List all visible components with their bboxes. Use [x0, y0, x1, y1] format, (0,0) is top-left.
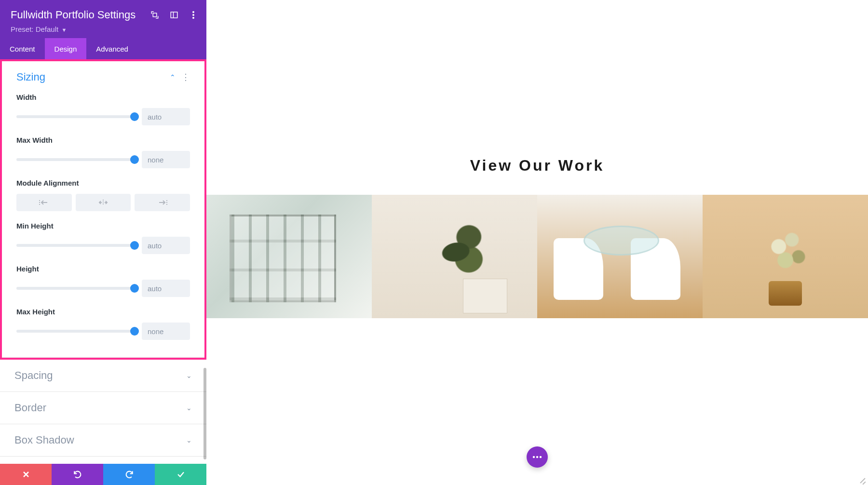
- input-min-height[interactable]: auto: [142, 237, 190, 254]
- control-min-height: Min Height auto: [16, 222, 190, 254]
- cancel-button[interactable]: [0, 464, 52, 485]
- slider-max-height[interactable]: [16, 330, 134, 333]
- tab-design[interactable]: Design: [45, 38, 87, 59]
- snap-icon[interactable]: [170, 11, 178, 19]
- portfolio-row: [206, 195, 868, 318]
- header-actions: [150, 11, 198, 19]
- slider-max-width[interactable]: [16, 158, 134, 161]
- settings-tabs: Content Design Advanced: [0, 38, 206, 59]
- settings-sidebar: Fullwidth Portfolio Settings Preset: Def…: [0, 0, 206, 485]
- align-center-button[interactable]: [76, 194, 131, 211]
- section-box-shadow: Box Shadow ⌄: [0, 424, 206, 457]
- preview-heading: View Our Work: [470, 157, 604, 175]
- control-height: Height auto: [16, 265, 190, 297]
- control-alignment: Module Alignment: [16, 179, 190, 211]
- slider-thumb[interactable]: [130, 112, 139, 121]
- control-max-width: Max Width none: [16, 136, 190, 168]
- section-header-sizing[interactable]: Sizing ⌃ ⋮: [2, 61, 204, 93]
- portfolio-item[interactable]: [206, 195, 372, 318]
- align-left-button[interactable]: [16, 194, 72, 211]
- chevron-down-icon: ⌄: [186, 436, 192, 444]
- section-title-sizing: Sizing: [16, 71, 45, 83]
- slider-height[interactable]: [16, 287, 134, 290]
- align-right-button[interactable]: [135, 194, 190, 211]
- tab-content[interactable]: Content: [0, 38, 45, 59]
- section-border: Border ⌄: [0, 392, 206, 424]
- label-min-height: Min Height: [16, 222, 190, 230]
- label-max-height: Max Height: [16, 308, 190, 316]
- slider-min-height[interactable]: [16, 244, 134, 247]
- chevron-down-icon: ⌄: [186, 372, 192, 379]
- svg-point-10: [536, 456, 538, 458]
- slider-width[interactable]: [16, 115, 134, 118]
- chevron-down-icon: ⌄: [186, 404, 192, 412]
- section-sizing: Sizing ⌃ ⋮ Width auto Ma: [2, 61, 204, 358]
- svg-point-4: [192, 14, 194, 16]
- undo-button[interactable]: [52, 464, 103, 485]
- svg-point-3: [192, 11, 194, 13]
- more-icon[interactable]: [189, 11, 198, 19]
- page-preview: View Our Work: [206, 0, 868, 485]
- redo-button[interactable]: [103, 464, 155, 485]
- section-title-box-shadow: Box Shadow: [14, 434, 74, 446]
- resize-grip-icon[interactable]: [858, 475, 866, 483]
- label-width: Width: [16, 93, 190, 101]
- section-header-box-shadow[interactable]: Box Shadow ⌄: [0, 424, 206, 456]
- sizing-highlight: Sizing ⌃ ⋮ Width auto Ma: [0, 59, 206, 360]
- portfolio-item[interactable]: [703, 195, 868, 318]
- section-spacing: Spacing ⌄: [0, 360, 206, 392]
- svg-point-11: [540, 456, 542, 458]
- slider-thumb[interactable]: [130, 327, 139, 336]
- section-title-border: Border: [14, 402, 46, 414]
- portfolio-item[interactable]: [372, 195, 537, 318]
- footer-actions: [0, 464, 206, 485]
- slider-thumb[interactable]: [130, 155, 139, 164]
- control-width: Width auto: [16, 93, 190, 125]
- label-alignment: Module Alignment: [16, 179, 190, 187]
- builder-fab[interactable]: [527, 446, 548, 468]
- control-max-height: Max Height none: [16, 308, 190, 340]
- chevron-up-icon: ⌃: [170, 73, 176, 81]
- svg-point-9: [533, 456, 535, 458]
- section-header-border[interactable]: Border ⌄: [0, 392, 206, 424]
- settings-panel[interactable]: Sizing ⌃ ⋮ Width auto Ma: [0, 59, 206, 485]
- svg-rect-0: [153, 13, 157, 17]
- svg-rect-1: [171, 12, 177, 18]
- label-max-width: Max Width: [16, 136, 190, 144]
- preset-dropdown[interactable]: Preset: Default ▼: [11, 25, 196, 33]
- section-header-spacing[interactable]: Spacing ⌄: [0, 360, 206, 391]
- input-max-width[interactable]: none: [142, 151, 190, 168]
- preset-label: Preset: Default: [11, 25, 58, 33]
- label-height: Height: [16, 265, 190, 273]
- input-max-height[interactable]: none: [142, 323, 190, 340]
- expand-icon[interactable]: [150, 11, 159, 19]
- slider-thumb[interactable]: [130, 284, 139, 293]
- save-button[interactable]: [155, 464, 206, 485]
- settings-title: Fullwidth Portfolio Settings: [11, 9, 136, 21]
- slider-thumb[interactable]: [130, 241, 139, 250]
- input-width[interactable]: auto: [142, 108, 190, 125]
- section-title-spacing: Spacing: [14, 369, 53, 382]
- tab-advanced[interactable]: Advanced: [86, 38, 138, 59]
- section-more-icon[interactable]: ⋮: [181, 73, 190, 81]
- settings-header: Fullwidth Portfolio Settings Preset: Def…: [0, 0, 206, 38]
- portfolio-item[interactable]: [537, 195, 703, 318]
- chevron-down-icon: ▼: [61, 27, 67, 33]
- svg-point-5: [192, 17, 194, 19]
- input-height[interactable]: auto: [142, 280, 190, 297]
